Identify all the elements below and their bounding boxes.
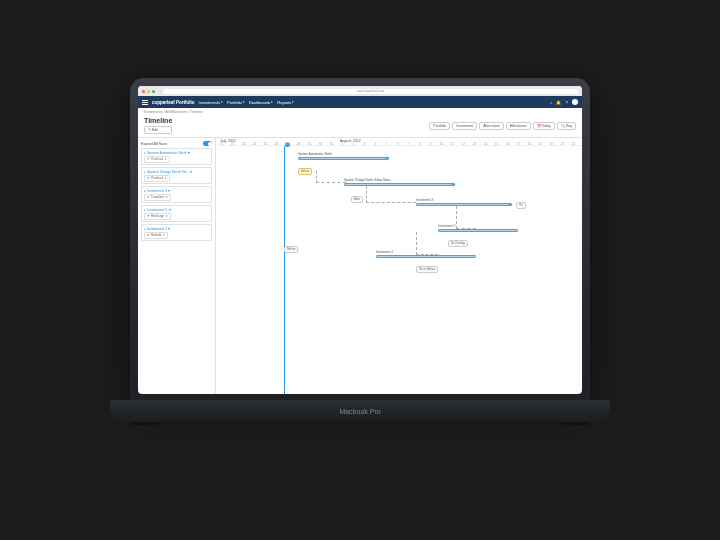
- nav-dashboards[interactable]: Dashboards: [249, 100, 274, 105]
- filter-alternative[interactable]: Alternative: [479, 122, 504, 130]
- gantt-bar[interactable]: [376, 255, 476, 258]
- url-bar[interactable]: www.copperleaf.com: [163, 89, 578, 94]
- list-item[interactable]: Investment C ▾ Recharge: [141, 205, 212, 222]
- bell-icon[interactable]: 🔔: [556, 100, 561, 105]
- nav-reports[interactable]: Reports: [277, 100, 294, 105]
- investment-status[interactable]: Rebuild: [144, 232, 168, 239]
- today-button[interactable]: 📅 Today: [533, 122, 555, 130]
- list-item[interactable]: Investment X ▾ Complete: [141, 186, 212, 203]
- list-item[interactable]: System Outage North Yel... ▾ Overhaul: [141, 167, 212, 184]
- gantt-bar-label: Investment C: [438, 224, 456, 228]
- page-title: Timeline: [144, 117, 172, 124]
- gantt-chart[interactable]: July, 2022 August, 2022 2122232425262728…: [216, 138, 582, 394]
- milestone-icon[interactable]: [385, 156, 389, 160]
- investment-name[interactable]: Investment J ▾: [144, 227, 209, 231]
- constraint-tag[interactable]: Before: [284, 246, 298, 253]
- investment-name[interactable]: System Automation North ▾: [144, 151, 209, 155]
- investment-name[interactable]: Investment X ▾: [144, 189, 209, 193]
- gantt-bar-label: Investment X: [416, 198, 434, 202]
- dependency-line: [366, 186, 416, 203]
- dependency-line: [456, 206, 476, 229]
- milestone-icon[interactable]: [508, 202, 512, 206]
- constraint-tag[interactable]: After: [351, 196, 363, 203]
- dependency-line: [316, 171, 346, 183]
- list-item[interactable]: Investment J ▾ Rebuild: [141, 224, 212, 241]
- window-close-icon[interactable]: [142, 90, 145, 93]
- edit-button[interactable]: ✎ Edit: [144, 126, 172, 134]
- browser-chrome: www.copperleaf.com: [138, 86, 582, 96]
- device-label: Macbook Pro: [339, 408, 380, 415]
- nav-portfolio[interactable]: Portfolio: [227, 100, 245, 105]
- investment-status[interactable]: Recharge: [144, 213, 171, 220]
- gantt-bar-label: Investment J: [376, 250, 393, 254]
- constraint-tag[interactable]: On: [516, 202, 526, 209]
- milestone-icon[interactable]: [451, 182, 455, 186]
- avatar[interactable]: [572, 99, 578, 105]
- top-nav: copperleaf Portfolio Investments Portfol…: [138, 96, 582, 108]
- filter-portfolio[interactable]: Portfolio: [429, 122, 450, 130]
- today-line: [284, 146, 285, 394]
- investment-status[interactable]: Overhaul: [144, 156, 170, 163]
- brand-logo[interactable]: copperleaf Portfolio: [152, 100, 195, 105]
- constraint-tag[interactable]: Before: [298, 168, 312, 175]
- menu-icon[interactable]: [142, 99, 148, 105]
- list-item[interactable]: System Automation North ▾ Overhaul: [141, 148, 212, 165]
- breadcrumb[interactable]: Investments / All Milestones / Timeline: [138, 108, 582, 116]
- filter-milestones[interactable]: Milestones: [506, 122, 531, 130]
- expand-all-label: Expand All Rows: [141, 142, 167, 146]
- investment-status[interactable]: Overhaul: [144, 175, 170, 182]
- constraint-tag[interactable]: No Overlap: [448, 240, 468, 247]
- gantt-bar-label: System Automation North: [298, 152, 332, 156]
- zoom-day-button[interactable]: 🔍 Day: [557, 122, 576, 130]
- gantt-bar[interactable]: [298, 157, 388, 160]
- gantt-bar-label: System Outage North Yellow Stone: [344, 178, 391, 182]
- investment-name[interactable]: System Outage North Yel... ▾: [144, 170, 209, 174]
- laptop-base: Macbook Pro: [110, 400, 610, 422]
- investment-name[interactable]: Investment C ▾: [144, 208, 209, 212]
- expand-toggle[interactable]: [203, 141, 212, 146]
- search-icon[interactable]: ⌕: [548, 100, 553, 105]
- investment-status[interactable]: Complete: [144, 194, 171, 201]
- window-minimize-icon[interactable]: [147, 90, 150, 93]
- gantt-bar[interactable]: [438, 229, 518, 232]
- dependency-line: [416, 232, 438, 255]
- window-maximize-icon[interactable]: [152, 90, 155, 93]
- help-icon[interactable]: ?: [564, 100, 569, 105]
- constraint-tag[interactable]: On or Before: [416, 266, 438, 273]
- sidebar: Expand All Rows System Automation North …: [138, 138, 216, 394]
- filter-investment[interactable]: Investment: [452, 122, 477, 130]
- nav-investments[interactable]: Investments: [199, 100, 224, 105]
